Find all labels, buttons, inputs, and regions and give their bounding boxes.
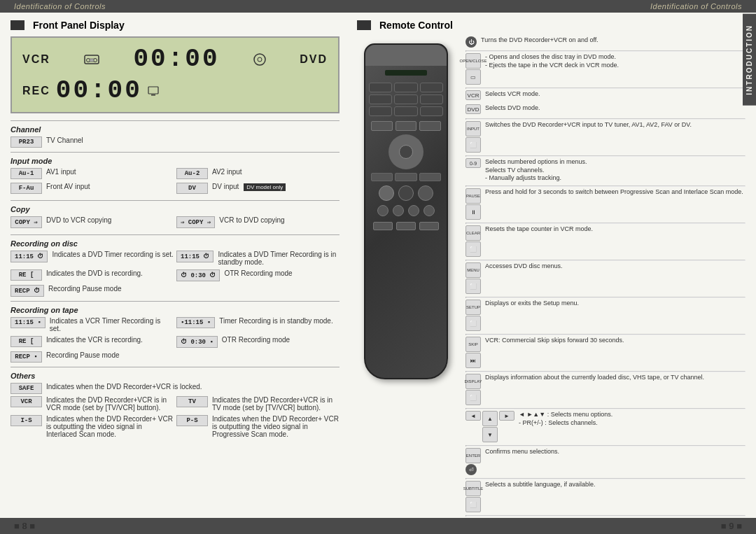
subsection-channel: Channel — [10, 125, 340, 134]
timer-vcr-desc: Indicates a VCR Timer Recording is set. — [50, 317, 174, 332]
div9 — [465, 334, 746, 335]
otr-disc-desc: OTR Recording mode — [224, 269, 340, 277]
svg-rect-6 — [148, 87, 158, 94]
copy-vcr-dvd-icon: ⇒ COPY ⇒ — [176, 216, 215, 228]
is-icon: I-S — [10, 415, 42, 426]
input-btn: ⬜ — [465, 137, 481, 153]
lcd-rec-time: 00:00 — [56, 76, 142, 105]
divider-others — [10, 367, 340, 367]
others-row3: I-S Indicates when the DVD Recorder+ VCR… — [10, 415, 340, 440]
timer-dvd-standby-icon: 11:15 ⏱ — [176, 251, 214, 262]
control-menu: MENU ⬜ Accesses DVD disc menus. — [465, 262, 746, 294]
remote-btn-5 — [394, 94, 417, 104]
rec-vcr-desc: Indicates the VCR is recording. — [46, 336, 174, 344]
setup-desc: Displays or exits the Setup menu. — [485, 300, 746, 308]
left-section-title: Front Panel Display — [10, 20, 340, 31]
svg-rect-7 — [151, 94, 155, 96]
div7 — [465, 260, 746, 261]
menu-desc: Accesses DVD disc menus. — [485, 262, 746, 271]
front-panel-title: Front Panel Display — [33, 20, 125, 31]
nav-desc: ◄ ►▲▼ : Selects menu options.- PR(+/-) :… — [519, 411, 746, 427]
right-panel: Remote Control — [354, 20, 746, 487]
ps-icon: P-S — [176, 415, 208, 426]
timer-dvd-icon: 11:15 ⏱ — [10, 251, 48, 262]
subsection-others: Others — [10, 372, 340, 380]
remote-layout: ⏻ Turns the DVD Recorder+VCR on and off.… — [357, 36, 746, 534]
pause-desc: Press and hold for 3 seconds to switch b… — [485, 188, 746, 197]
rec-disc-row1: 11:15 ⏱ Indicates a DVD Timer recording … — [10, 251, 340, 268]
clear-desc: Resets the tape counter in VCR mode. — [485, 225, 746, 234]
divider-copy — [10, 200, 340, 201]
page-left: ■ 8 ■ — [14, 521, 35, 531]
remote-controls-list: ⏻ Turns the DVD Recorder+VCR on and off.… — [465, 36, 746, 534]
safe-icon: SAFE — [10, 383, 42, 394]
vcr-select-desc: Selects VCR mode. — [485, 90, 746, 99]
div2 — [465, 87, 746, 89]
div4 — [465, 155, 746, 157]
divider-rec-tape — [10, 301, 340, 302]
timer-dvd-standby-desc: Indicates a DVD Timer Recording is in st… — [218, 251, 340, 266]
lcd-dvd-label: DVD — [300, 53, 328, 66]
remote-button-grid — [365, 79, 447, 120]
others-row2: VCR Indicates the DVD Recorder+VCR is in… — [10, 396, 340, 414]
input-mode-row1: Au-1 AV1 input Au-2 AV2 input — [10, 168, 340, 181]
lcd-time-display: 00:00 — [133, 45, 219, 73]
menu-label: MENU — [465, 262, 481, 278]
display-label: DISPLAY — [465, 374, 481, 389]
rec-disc-row2: RE [ Indicates the DVD is recording. ⏱ 0… — [10, 269, 340, 283]
remote-btn-2 — [394, 83, 417, 92]
clear-btn: ⬜ — [465, 241, 481, 257]
au1-icon: Au-1 — [10, 168, 42, 179]
control-open-close: OPEN/CLOSE ▭ - Opens and closes the disc… — [465, 53, 746, 85]
timer-dvd-desc: Indicates a DVD Timer recording is set. — [52, 251, 174, 258]
dv-icon: DV — [176, 183, 208, 194]
input-desc: Switches the DVD Recorder+VCR input to T… — [485, 121, 746, 129]
control-nav: ◄ ▲ ▼ ► ◄ ►▲▼ : Selects menu options.- P… — [465, 411, 746, 442]
au2-icon: Au-2 — [176, 168, 208, 179]
timer-recording-text: Timer Recording — [219, 317, 271, 325]
display-desc: Displays information about the currently… — [485, 374, 746, 382]
div10 — [465, 371, 746, 372]
menu-btn: ⬜ — [465, 279, 481, 294]
divider-input — [10, 152, 340, 153]
div13 — [465, 478, 746, 479]
recp-disc-icon: RECP ⏱ — [10, 285, 44, 297]
subtitle-desc: Selects a subtitle language, if availabl… — [485, 481, 746, 489]
open-close-btn: ▭ — [465, 69, 481, 85]
rec-tape-row2: RE [ Indicates the VCR is recording. ⏱ 0… — [10, 336, 340, 350]
control-dvd-select: DVD Selects DVD mode. — [465, 104, 746, 115]
right-nav-icon: ► — [499, 411, 514, 421]
vcr-mode-desc: Indicates the DVD Recorder+VCR is in VCR… — [46, 396, 174, 412]
timer-vcr-standby-desc: Timer Recording is in standby mode. — [219, 317, 340, 325]
power-desc: Turns the DVD Recorder+VCR on and off. — [481, 36, 746, 45]
subtitle-btn: ⬜ — [465, 497, 481, 512]
num1-icon: 0-9 — [465, 158, 481, 168]
tv-mode-icon: TV — [176, 396, 208, 407]
tv-mode-desc: Indicates the DVD Recorder+VCR is in TV … — [212, 396, 340, 412]
side-tab: INTRODUCTION — [743, 14, 756, 106]
open-close-label: OPEN/CLOSE — [465, 53, 481, 69]
skip-btn: ⏭ — [465, 353, 481, 368]
div12 — [465, 445, 746, 447]
vcr-select-icon: VCR — [465, 90, 481, 100]
rec-dvd-desc: Indicates the DVD is recording. — [46, 269, 174, 277]
control-power: ⏻ Turns the DVD Recorder+VCR on and off. — [465, 36, 746, 48]
div1 — [465, 50, 746, 52]
lcd-top-row: VCR 00:00 DVD — [22, 45, 328, 73]
control-enter: ENTER ⏎ Confirms menu selections. — [465, 448, 746, 475]
au2-desc: AV2 input — [212, 168, 340, 176]
dvd-select-icon: DVD — [465, 104, 481, 114]
enter-label: ENTER — [465, 448, 481, 463]
divider-rec-disc — [10, 234, 340, 235]
lcd-bottom-row: REC 00:00 — [22, 76, 328, 105]
control-input: INPUT ⬜ Switches the DVD Recorder+VCR in… — [465, 121, 746, 153]
svg-point-5 — [258, 57, 262, 62]
remote-top-curve — [365, 45, 447, 66]
numbers-desc: Selects numbered options in menus.Select… — [485, 158, 746, 183]
remote-btn-3 — [420, 83, 443, 92]
setup-btn: ⬜ — [465, 316, 481, 331]
remote-btn-1 — [369, 83, 392, 92]
otr-tape-desc: OTR Recording mode — [222, 336, 340, 344]
remote-image — [357, 36, 455, 534]
pr23-icon: PR23 — [10, 136, 42, 148]
